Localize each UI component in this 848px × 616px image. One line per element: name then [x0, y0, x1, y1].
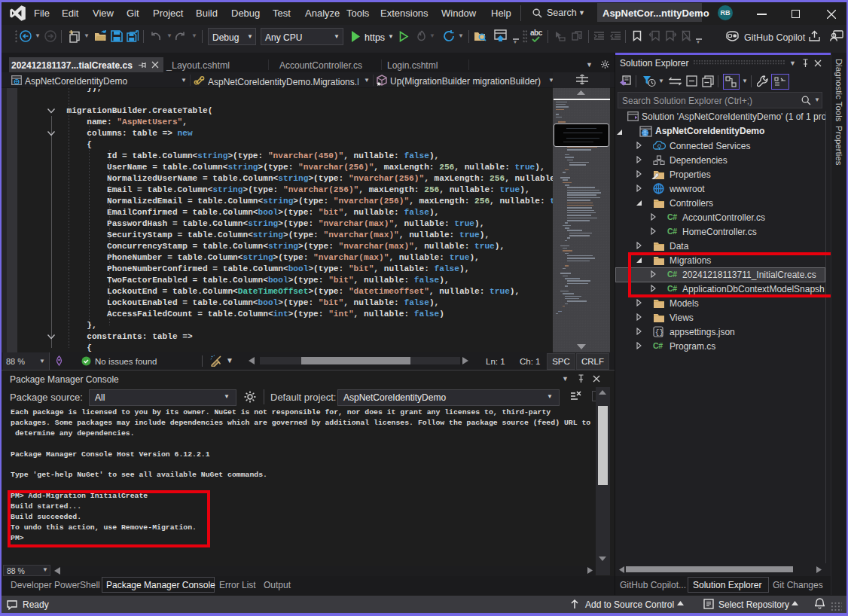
- svg-text:{}: {}: [655, 329, 663, 337]
